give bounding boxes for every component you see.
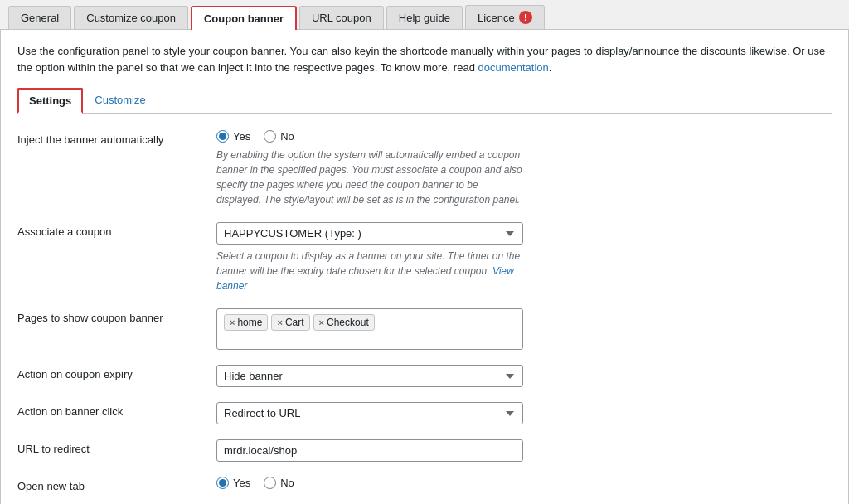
action-click-field: Redirect to URL [216, 402, 832, 424]
tab-customize-coupon[interactable]: Customize coupon [74, 6, 188, 29]
tab-coupon-banner[interactable]: Coupon banner [191, 6, 297, 30]
tab-general[interactable]: General [8, 6, 71, 29]
open-new-tab-radio-group: Yes No [216, 477, 832, 489]
open-new-tab-yes-option[interactable]: Yes [216, 477, 250, 489]
pages-show-label: Pages to show coupon banner [17, 308, 216, 324]
inject-banner-field: Yes No By enabling the option the system… [216, 130, 832, 207]
associate-coupon-description: Select a coupon to display as a banner o… [216, 249, 523, 293]
inject-banner-radio-group: Yes No [216, 130, 832, 143]
inject-banner-description: By enabling the option the system will a… [216, 148, 523, 207]
tag-cart: × Cart [271, 314, 309, 331]
inject-banner-label: Inject the banner automatically [17, 130, 216, 146]
pages-tags-container[interactable]: × home × Cart × Checkout [216, 308, 523, 350]
tag-checkout: × Checkout [313, 314, 375, 331]
open-new-tab-label: Open new tab [17, 477, 216, 492]
inject-banner-yes-option[interactable]: Yes [216, 130, 250, 143]
associate-coupon-row: Associate a coupon HAPPYCUSTOMER (Type: … [17, 222, 832, 293]
documentation-link[interactable]: documentation [478, 61, 549, 74]
inject-banner-no-radio[interactable] [264, 130, 276, 143]
url-redirect-label: URL to redirect [17, 439, 216, 455]
inject-banner-no-option[interactable]: No [264, 130, 294, 143]
associate-coupon-select[interactable]: HAPPYCUSTOMER (Type: ) [216, 222, 523, 245]
action-expiry-row: Action on coupon expiry Hide banner [17, 365, 832, 387]
open-new-tab-row: Open new tab Yes No [17, 477, 832, 494]
sub-tabs: Settings Customize [17, 87, 832, 114]
sub-tab-customize[interactable]: Customize [85, 89, 155, 111]
url-redirect-input[interactable] [216, 439, 523, 462]
content-area: Use the configuration panel to style you… [0, 30, 849, 504]
tag-cart-remove[interactable]: × [277, 317, 282, 327]
tab-help-guide[interactable]: Help guide [386, 6, 463, 29]
url-redirect-field [216, 439, 832, 462]
licence-badge: ! [519, 11, 532, 24]
description-text: Use the configuration panel to style you… [17, 43, 832, 75]
inject-banner-row: Inject the banner automatically Yes No B… [17, 130, 832, 207]
action-click-row: Action on banner click Redirect to URL [17, 402, 832, 424]
action-expiry-select[interactable]: Hide banner [216, 365, 523, 387]
open-new-tab-no-radio[interactable] [264, 477, 276, 489]
associate-coupon-field: HAPPYCUSTOMER (Type: ) Select a coupon t… [216, 222, 832, 293]
page-wrapper: General Customize coupon Coupon banner U… [0, 0, 849, 504]
open-new-tab-yes-radio[interactable] [216, 477, 229, 489]
pages-show-field: × home × Cart × Checkout [216, 308, 832, 350]
associate-coupon-label: Associate a coupon [17, 222, 216, 238]
tab-licence[interactable]: Licence ! [465, 5, 545, 29]
action-expiry-field: Hide banner [216, 365, 832, 387]
action-click-select[interactable]: Redirect to URL [216, 402, 523, 424]
tab-url-coupon[interactable]: URL coupon [299, 6, 384, 29]
inject-banner-yes-radio[interactable] [216, 130, 229, 143]
tag-home-remove[interactable]: × [230, 317, 235, 327]
open-new-tab-no-option[interactable]: No [264, 477, 294, 489]
tag-home: × home [224, 314, 268, 331]
tag-checkout-remove[interactable]: × [319, 317, 324, 327]
open-new-tab-field: Yes No [216, 477, 832, 494]
pages-show-row: Pages to show coupon banner × home × Car… [17, 308, 832, 350]
action-expiry-label: Action on coupon expiry [17, 365, 216, 380]
action-click-label: Action on banner click [17, 402, 216, 418]
sub-tab-settings[interactable]: Settings [17, 88, 83, 114]
tabs-bar: General Customize coupon Coupon banner U… [0, 0, 849, 30]
url-redirect-row: URL to redirect [17, 439, 832, 462]
